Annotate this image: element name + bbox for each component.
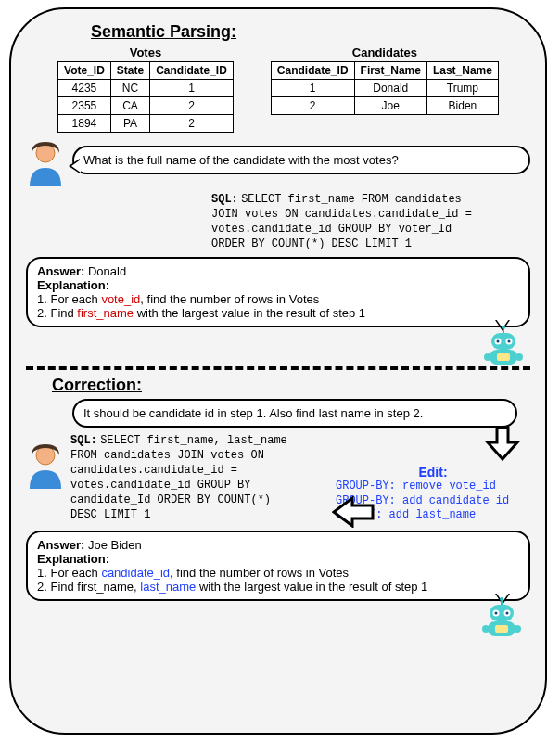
edit-line-0: GROUP-BY: remove vote_id bbox=[336, 480, 530, 494]
robot-icon bbox=[480, 324, 527, 370]
correction-text: It should be candidate id in step 1. Als… bbox=[83, 406, 423, 420]
user-question-bubble: What is the full name of the candidate w… bbox=[72, 146, 530, 174]
svg-point-11 bbox=[515, 353, 523, 361]
table-row: 4235 NC 1 bbox=[58, 80, 234, 97]
exp1-highlight-1: vote_id bbox=[101, 292, 140, 306]
candidates-header-1: First_Name bbox=[354, 62, 426, 80]
svg-point-5 bbox=[497, 340, 500, 343]
explanation-label: Explanation: bbox=[37, 278, 519, 292]
answer-label-2: Answer: bbox=[37, 538, 84, 552]
votes-header-1: State bbox=[110, 62, 149, 80]
tables-row: Votes Vote_ID State Candidate_ID 4235 NC… bbox=[26, 45, 530, 133]
section-title-semantic-parsing: Semantic Parsing: bbox=[91, 22, 530, 42]
sql2-code: SELECT first_name, last_name FROM candid… bbox=[70, 434, 287, 521]
answer2-text: Joe Biden bbox=[88, 538, 142, 552]
sql-label: SQL: bbox=[211, 193, 238, 206]
sql-label-2: SQL: bbox=[70, 434, 97, 447]
section-title-correction: Correction: bbox=[52, 376, 530, 395]
votes-header-0: Vote_ID bbox=[58, 62, 111, 80]
section-divider bbox=[26, 366, 530, 370]
arrow-down-icon bbox=[484, 426, 521, 463]
svg-point-1 bbox=[502, 326, 505, 329]
candidates-table-wrap: Candidates Candidate_ID First_Name Last_… bbox=[271, 45, 499, 133]
exp2-highlight-2: last_name bbox=[140, 580, 196, 594]
answer-label: Answer: bbox=[37, 264, 84, 278]
svg-point-23 bbox=[514, 625, 521, 633]
candidates-header-0: Candidate_ID bbox=[271, 62, 354, 80]
explanation-label-2: Explanation: bbox=[37, 552, 519, 566]
robot-icon bbox=[478, 595, 525, 642]
candidates-table-title: Candidates bbox=[271, 45, 499, 59]
answer1-bubble: Answer: Donald Explanation: 1. For each … bbox=[26, 257, 530, 327]
exp2-highlight-1: candidate_id bbox=[101, 566, 170, 580]
correction-bubble: It should be candidate id in step 1. Als… bbox=[72, 399, 517, 428]
table-row: 1 Donald Trump bbox=[271, 80, 498, 97]
exp1-highlight-2: first_name bbox=[77, 306, 134, 320]
svg-point-19 bbox=[506, 611, 509, 614]
candidates-header-2: Last_Name bbox=[426, 62, 498, 80]
votes-header-2: Candidate_ID bbox=[150, 62, 234, 80]
user-avatar-icon bbox=[26, 442, 65, 491]
svg-rect-21 bbox=[495, 625, 508, 633]
user-avatar-icon bbox=[26, 140, 65, 188]
user-question-text: What is the full name of the candidate w… bbox=[83, 153, 399, 167]
svg-point-7 bbox=[508, 340, 511, 343]
candidates-table: Candidate_ID First_Name Last_Name 1 Dona… bbox=[271, 61, 499, 115]
votes-table-title: Votes bbox=[57, 45, 234, 59]
edit-label: Edit: bbox=[336, 465, 530, 480]
votes-table-wrap: Votes Vote_ID State Candidate_ID 4235 NC… bbox=[57, 45, 234, 133]
table-row: 1894 PA 2 bbox=[58, 115, 234, 133]
sql2-block: SQL: SELECT first_name, last_name FROM c… bbox=[70, 433, 330, 522]
svg-point-22 bbox=[482, 625, 490, 633]
svg-point-17 bbox=[495, 611, 498, 614]
svg-point-10 bbox=[484, 353, 491, 361]
answer1-text: Donald bbox=[88, 264, 126, 278]
figure-frame: Semantic Parsing: Votes Vote_ID State Ca… bbox=[9, 7, 547, 735]
sql1-block: SQL: SELECT first_name FROM candidates J… bbox=[211, 192, 530, 251]
sql1-code: SELECT first_name FROM candidates JOIN v… bbox=[211, 193, 472, 250]
table-row: 2355 CA 2 bbox=[58, 97, 234, 115]
votes-table: Vote_ID State Candidate_ID 4235 NC 1 235… bbox=[57, 61, 234, 133]
table-row: 2 Joe Biden bbox=[271, 97, 498, 115]
svg-point-13 bbox=[500, 597, 503, 601]
svg-rect-9 bbox=[497, 353, 510, 361]
answer2-bubble: Answer: Joe Biden Explanation: 1. For ea… bbox=[26, 531, 530, 601]
arrow-left-icon bbox=[332, 496, 375, 528]
